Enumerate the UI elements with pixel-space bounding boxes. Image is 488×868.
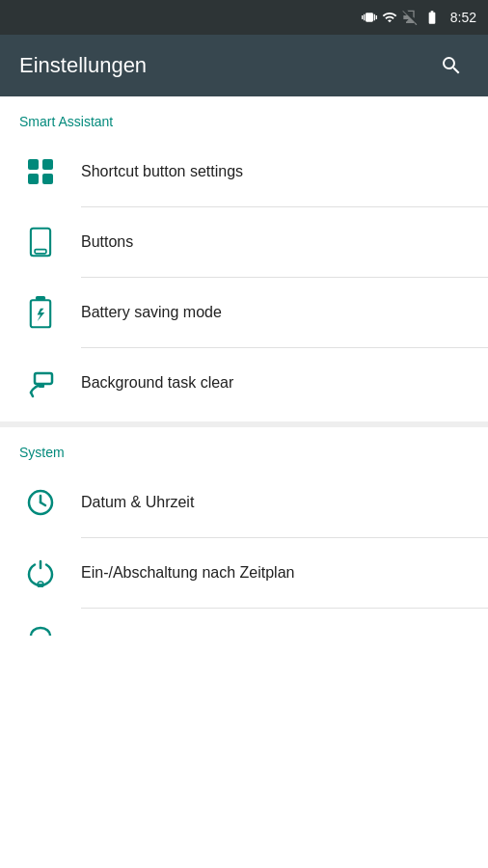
section-system: System Datum & Uhrzeit Ein-/Abschaltung … bbox=[0, 427, 488, 655]
battery-saving-mode-label: Battery saving mode bbox=[81, 304, 222, 321]
wifi-icon bbox=[382, 10, 397, 25]
settings-item-partial[interactable] bbox=[0, 609, 488, 655]
page-title: Einstellungen bbox=[19, 53, 147, 78]
settings-item-buttons[interactable]: Buttons bbox=[0, 207, 488, 277]
datum-uhrzeit-label: Datum & Uhrzeit bbox=[81, 494, 194, 511]
clock-icon bbox=[19, 488, 62, 517]
svg-rect-2 bbox=[28, 174, 39, 184]
svg-rect-5 bbox=[35, 250, 46, 254]
status-bar: 8:52 bbox=[0, 0, 488, 35]
svg-rect-9 bbox=[39, 384, 44, 388]
partial-icon bbox=[19, 624, 62, 636]
power-schedule-icon bbox=[19, 558, 62, 587]
shortcut-button-settings-label: Shortcut button settings bbox=[81, 163, 243, 180]
einabschaltung-label: Ein-/Abschaltung nach Zeitplan bbox=[81, 564, 294, 582]
section-smart-assistant: Smart Assistant Shortcut button settings… bbox=[0, 96, 488, 418]
shortcut-icon bbox=[19, 156, 62, 187]
svg-rect-1 bbox=[42, 159, 53, 170]
search-icon bbox=[440, 54, 463, 77]
status-icons: 8:52 bbox=[362, 10, 476, 25]
search-button[interactable] bbox=[434, 48, 469, 83]
section-header-system: System bbox=[0, 427, 488, 468]
svg-rect-3 bbox=[42, 174, 53, 184]
svg-rect-0 bbox=[28, 159, 39, 170]
top-app-bar: Einstellungen bbox=[0, 35, 488, 96]
settings-item-datum-uhrzeit[interactable]: Datum & Uhrzeit bbox=[0, 468, 488, 537]
buttons-label: Buttons bbox=[81, 233, 133, 251]
status-time: 8:52 bbox=[450, 10, 476, 25]
settings-item-einabschaltung[interactable]: Ein-/Abschaltung nach Zeitplan bbox=[0, 538, 488, 608]
signal-icon bbox=[402, 10, 418, 25]
svg-rect-4 bbox=[31, 229, 50, 257]
settings-item-background-task-clear[interactable]: Background task clear bbox=[0, 348, 488, 418]
battery-saving-icon bbox=[19, 296, 62, 329]
background-task-clear-label: Background task clear bbox=[81, 374, 233, 392]
battery-icon bbox=[422, 10, 442, 25]
section-header-smart-assistant: Smart Assistant bbox=[0, 96, 488, 137]
settings-item-battery-saving-mode[interactable]: Battery saving mode bbox=[0, 278, 488, 347]
settings-item-shortcut-button-settings[interactable]: Shortcut button settings bbox=[0, 137, 488, 206]
svg-line-12 bbox=[41, 502, 45, 505]
background-task-icon bbox=[19, 367, 62, 398]
buttons-icon bbox=[19, 227, 62, 258]
vibrate-icon bbox=[362, 10, 377, 25]
svg-rect-8 bbox=[35, 373, 52, 384]
